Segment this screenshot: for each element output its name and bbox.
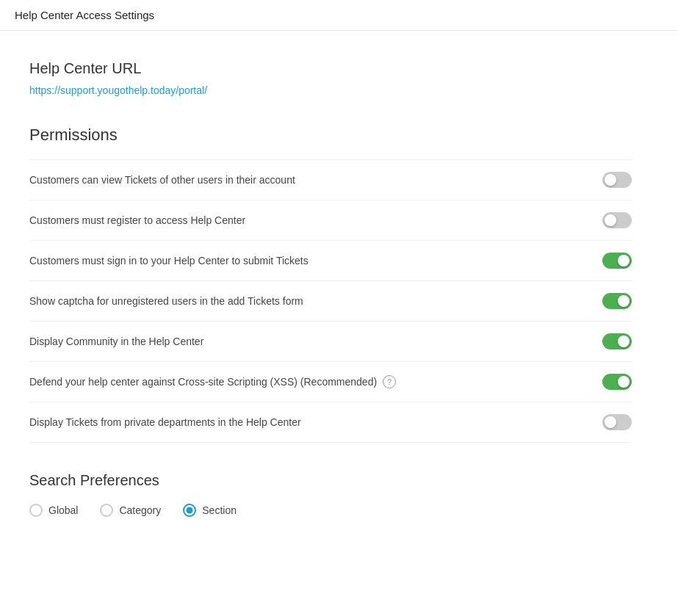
toggle-slider-1 — [602, 172, 632, 188]
radio-input-category[interactable] — [100, 504, 113, 517]
search-preferences-radio-group: Global Category Section — [29, 504, 632, 517]
permissions-title: Permissions — [29, 126, 632, 145]
search-preferences-title: Search Preferences — [29, 472, 632, 489]
permission-toggle-5[interactable] — [602, 333, 632, 349]
permission-label: Display Tickets from private departments… — [29, 416, 301, 428]
permission-toggle-3[interactable] — [602, 253, 632, 269]
toggle-slider-4 — [602, 293, 632, 309]
help-icon[interactable]: ? — [383, 375, 396, 388]
help-center-url-title: Help Center URL — [29, 60, 632, 77]
search-preferences-section: Search Preferences Global Category Secti… — [29, 472, 632, 517]
radio-label-category: Category — [119, 504, 161, 516]
toggle-slider-7 — [602, 414, 632, 430]
permission-label: Display Community in the Help Center — [29, 336, 203, 347]
toggle-slider-3 — [602, 253, 632, 269]
radio-label-section: Section — [202, 504, 237, 516]
permission-toggle-1[interactable] — [602, 172, 632, 188]
permission-toggle-4[interactable] — [602, 293, 632, 309]
permission-label: Customers can view Tickets of other user… — [29, 174, 295, 186]
help-center-url-link[interactable]: https://support.yougothelp.today/portal/ — [29, 84, 207, 96]
page-header: Help Center Access Settings — [0, 0, 678, 31]
permission-row: Display Community in the Help Center — [29, 321, 632, 361]
radio-input-global[interactable] — [29, 504, 43, 517]
toggle-slider-5 — [602, 333, 632, 349]
radio-option-section[interactable]: Section — [183, 504, 237, 517]
main-content: Help Center URL https://support.yougothe… — [0, 31, 661, 546]
permission-toggle-6[interactable] — [602, 374, 632, 390]
permission-row: Display Tickets from private departments… — [29, 402, 632, 443]
radio-input-section[interactable] — [183, 504, 196, 517]
help-center-url-section: Help Center URL https://support.yougothe… — [29, 60, 632, 118]
permissions-section: Permissions Customers can view Tickets o… — [29, 126, 632, 443]
permission-toggle-2[interactable] — [602, 212, 632, 228]
permission-row: Customers can view Tickets of other user… — [29, 159, 632, 200]
radio-option-category[interactable]: Category — [100, 504, 161, 517]
radio-label-global: Global — [48, 504, 78, 516]
toggle-slider-6 — [602, 374, 632, 390]
permission-label: Customers must register to access Help C… — [29, 214, 245, 226]
permission-row: Show captcha for unregistered users in t… — [29, 280, 632, 321]
radio-option-global[interactable]: Global — [29, 504, 78, 517]
page-title: Help Center Access Settings — [15, 9, 154, 21]
permission-label: Defend your help center against Cross-si… — [29, 375, 396, 388]
permission-row: Customers must sign in to your Help Cent… — [29, 240, 632, 280]
permission-label: Customers must sign in to your Help Cent… — [29, 255, 309, 267]
permission-row: Customers must register to access Help C… — [29, 200, 632, 240]
permission-toggle-7[interactable] — [602, 414, 632, 430]
toggle-slider-2 — [602, 212, 632, 228]
permission-label: Show captcha for unregistered users in t… — [29, 295, 303, 307]
permission-row: Defend your help center against Cross-si… — [29, 361, 632, 402]
